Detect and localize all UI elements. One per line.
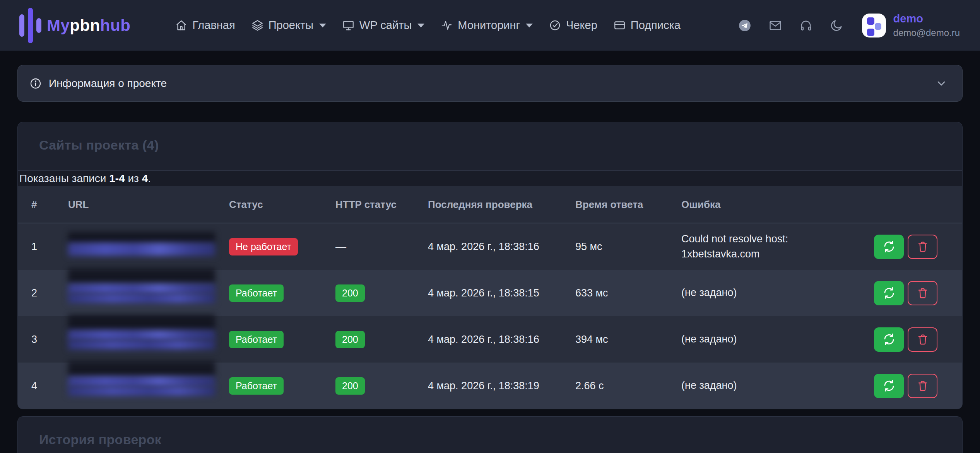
history-card-title: История проверок: [39, 432, 962, 447]
url-cell: [68, 363, 229, 409]
url-cell: [68, 270, 229, 316]
nav-item-subscription[interactable]: Подписка: [614, 19, 681, 32]
layers-icon: [251, 19, 263, 31]
nav-item-label: Чекер: [566, 19, 597, 32]
delete-button[interactable]: [908, 327, 937, 352]
status-cell: Не работает: [229, 238, 335, 255]
mail-icon[interactable]: [769, 19, 782, 32]
response-time-cell: 2.66 с: [575, 380, 681, 392]
history-card-header: История проверок: [18, 417, 962, 447]
user-name: demo: [893, 12, 960, 25]
top-navbar: Mypbnhub Главная Проекты WP сайты: [0, 0, 980, 51]
info-panel-title: Информация о проекте: [49, 77, 167, 90]
nav-item-home[interactable]: Главная: [175, 19, 235, 32]
error-cell: (не задано): [681, 378, 860, 393]
http-status-badge: 200: [335, 331, 365, 348]
page-content: Информация о проекте Сайты проекта (4) П…: [0, 65, 980, 453]
http-status-cell: 200: [335, 284, 428, 302]
status-badge: Не работает: [229, 238, 298, 255]
actions-cell: [860, 235, 937, 259]
chevron-down-icon: [526, 24, 533, 27]
headphones-icon[interactable]: [799, 19, 812, 32]
project-info-collapse[interactable]: Информация о проекте: [17, 65, 963, 102]
nav-item-label: Проекты: [269, 19, 313, 32]
avatar: [862, 14, 886, 37]
status-cell: Работает: [229, 284, 335, 302]
user-email: demo@demo.ru: [893, 27, 960, 38]
actions-cell: [860, 327, 937, 352]
moon-icon[interactable]: [830, 19, 843, 32]
brand-bars-icon: [19, 7, 41, 44]
delete-button[interactable]: [908, 235, 937, 259]
grid-summary: Показаны записи 1-4 из 4.: [18, 171, 962, 186]
last-check-cell: 4 мар. 2026 г., 18:38:16: [428, 241, 575, 253]
chevron-down-icon: [417, 24, 424, 27]
delete-button[interactable]: [908, 374, 937, 398]
nav-item-label: WP сайты: [359, 19, 412, 32]
nav-item-label: Главная: [192, 19, 235, 32]
column-header-status: Статус: [229, 199, 335, 211]
info-icon: [29, 77, 42, 90]
nav-item-label: Подписка: [631, 19, 681, 32]
delete-button[interactable]: [908, 281, 937, 305]
chevron-down-icon: [319, 24, 326, 27]
column-header-http: HTTP статус: [335, 199, 428, 211]
home-icon: [175, 19, 187, 31]
error-cell: (не задано): [681, 332, 860, 347]
table-row: 4 Работает 200 4 мар. 2026 г., 18:38:19 …: [18, 363, 962, 409]
url-redacted: [68, 281, 215, 305]
table-row: 1 Не работает — 4 мар. 2026 г., 18:38:16…: [18, 223, 962, 270]
response-time-cell: 633 мс: [575, 287, 681, 299]
chevron-down-icon: [935, 77, 948, 90]
table-row: 3 Работает 200 4 мар. 2026 г., 18:38:16 …: [18, 316, 962, 363]
column-header-response-time: Время ответа: [575, 199, 681, 211]
nav-item-wp-sites[interactable]: WP сайты: [342, 19, 424, 32]
http-status-cell: 200: [335, 331, 428, 348]
column-header-error: Ошибка: [681, 199, 860, 211]
error-cell: (не задано): [681, 285, 860, 300]
table-row: 2 Работает 200 4 мар. 2026 г., 18:38:15 …: [18, 270, 962, 316]
sites-card: Сайты проекта (4) Показаны записи 1-4 из…: [17, 122, 963, 409]
user-menu[interactable]: demo demo@demo.ru: [862, 12, 960, 38]
http-status-badge: 200: [335, 377, 365, 395]
url-cell: [68, 316, 229, 363]
status-cell: Работает: [229, 377, 335, 395]
recheck-button[interactable]: [874, 281, 904, 305]
telegram-link[interactable]: [738, 19, 751, 32]
recheck-button[interactable]: [874, 235, 904, 259]
status-badge: Работает: [229, 331, 284, 348]
nav-item-monitoring[interactable]: Мониторинг: [441, 19, 533, 32]
url-redacted: [68, 328, 215, 351]
brand-name: Mypbnhub: [47, 16, 130, 35]
table-header: # URL Статус HTTP статус Последняя прове…: [18, 186, 962, 223]
http-status-cell: 200: [335, 377, 428, 395]
nav-item-label: Мониторинг: [458, 19, 520, 32]
row-number: 2: [31, 287, 68, 299]
activity-icon: [441, 19, 453, 31]
sites-card-header: Сайты проекта (4): [18, 122, 962, 171]
url-cell: [68, 223, 229, 270]
check-circle-icon: [549, 19, 561, 31]
last-check-cell: 4 мар. 2026 г., 18:38:16: [428, 334, 575, 346]
response-time-cell: 95 мс: [575, 241, 681, 253]
error-cell: Could not resolve host: 1xbetstavka.com: [681, 232, 860, 262]
actions-cell: [860, 374, 937, 398]
url-redacted: [68, 374, 215, 397]
nav-item-projects[interactable]: Проекты: [251, 19, 326, 32]
response-time-cell: 394 мс: [575, 334, 681, 346]
recheck-button[interactable]: [874, 374, 904, 398]
main-menu: Главная Проекты WP сайты Мониторинг: [175, 19, 681, 32]
row-number: 3: [31, 334, 68, 346]
status-badge: Работает: [229, 284, 284, 302]
monitor-icon: [342, 19, 354, 31]
row-number: 1: [31, 241, 68, 253]
last-check-cell: 4 мар. 2026 г., 18:38:15: [428, 287, 575, 299]
nav-item-checker[interactable]: Чекер: [549, 19, 597, 32]
navbar-actions: demo demo@demo.ru: [738, 12, 960, 38]
history-card: История проверок: [17, 416, 963, 453]
http-status-badge: 200: [335, 284, 365, 302]
column-header-url: URL: [68, 199, 229, 211]
brand-logo[interactable]: Mypbnhub: [19, 7, 130, 44]
recheck-button[interactable]: [874, 327, 904, 352]
column-header-num: #: [31, 199, 68, 211]
